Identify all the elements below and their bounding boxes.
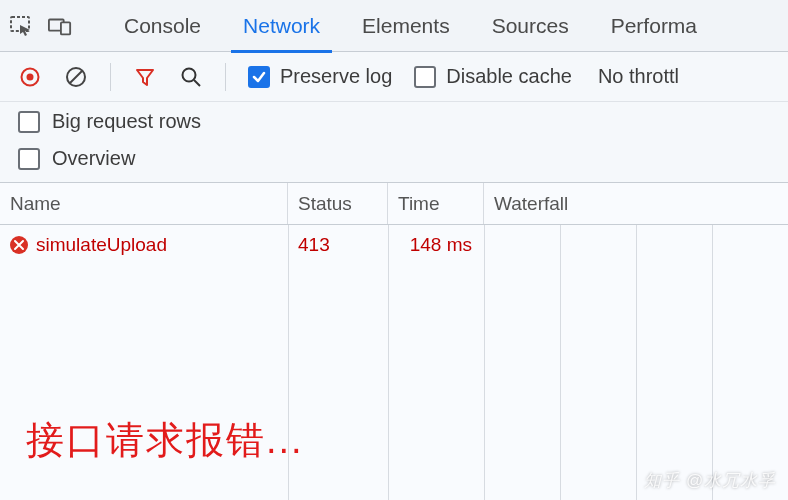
tab-network[interactable]: Network [229,0,334,52]
svg-line-8 [194,80,200,86]
column-header-time[interactable]: Time [388,183,484,224]
column-header-name[interactable]: Name [0,183,288,224]
request-time: 148 ms [388,225,484,265]
tab-console[interactable]: Console [110,0,215,52]
record-button[interactable] [18,65,42,89]
clear-button[interactable] [64,65,88,89]
tab-sources[interactable]: Sources [478,0,583,52]
separator [225,63,226,91]
preserve-log-label: Preserve log [280,65,392,88]
overview-toggle[interactable]: Overview [18,147,770,170]
disable-cache-label: Disable cache [446,65,572,88]
tab-performance[interactable]: Performa [597,0,711,52]
throttling-select[interactable]: No throttl [598,65,679,88]
search-button[interactable] [179,65,203,89]
disable-cache-toggle[interactable]: Disable cache [414,65,572,88]
svg-point-7 [183,68,196,81]
request-name: simulateUpload [36,234,167,256]
waterfall-tick [560,225,561,500]
watermark-text: 知乎 @水冗水孚 [644,469,776,492]
waterfall-tick [712,225,713,500]
tab-elements[interactable]: Elements [348,0,464,52]
big-request-rows-label: Big request rows [52,110,201,133]
device-toolbar-icon[interactable] [48,14,72,38]
preserve-log-toggle[interactable]: Preserve log [248,65,392,88]
svg-point-4 [27,73,34,80]
svg-rect-2 [61,22,70,34]
separator [110,63,111,91]
column-header-status[interactable]: Status [288,183,388,224]
annotation-text: 接口请求报错... [26,415,304,466]
overview-checkbox[interactable] [18,148,40,170]
request-row[interactable]: simulateUpload 413 148 ms [0,225,788,265]
filter-button[interactable] [133,65,157,89]
request-status: 413 [288,225,388,265]
svg-line-6 [70,71,82,83]
column-header-waterfall[interactable]: Waterfall [484,183,788,224]
waterfall-tick [636,225,637,500]
overview-label: Overview [52,147,135,170]
error-icon [10,236,28,254]
big-request-rows-toggle[interactable]: Big request rows [18,110,770,133]
preserve-log-checkbox[interactable] [248,66,270,88]
column-divider [484,225,485,500]
disable-cache-checkbox[interactable] [414,66,436,88]
column-divider [388,225,389,500]
big-request-rows-checkbox[interactable] [18,111,40,133]
element-picker-icon[interactable] [10,14,34,38]
